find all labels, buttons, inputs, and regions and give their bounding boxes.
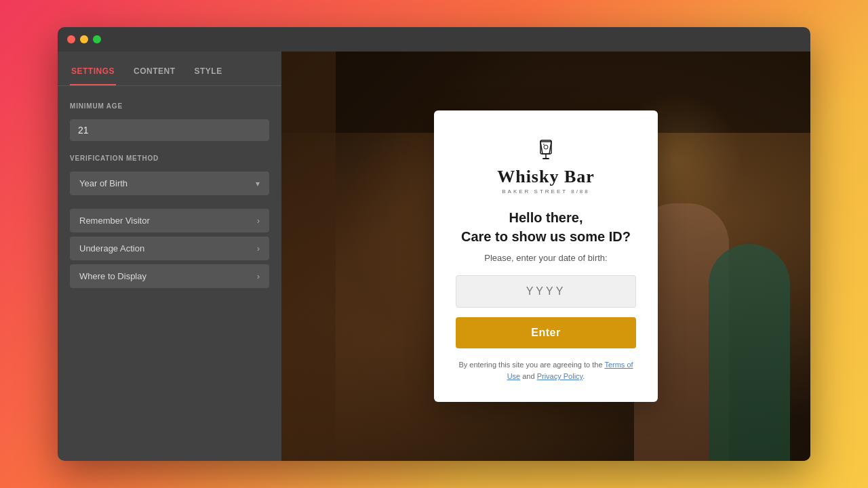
panel-body: MINIMUM AGE VERIFICATION METHOD Year of … [58, 86, 281, 304]
minimum-age-label: MINIMUM AGE [70, 102, 269, 110]
tab-settings[interactable]: SETTINGS [70, 57, 116, 85]
tabs-bar: SETTINGS CONTENT STYLE [58, 57, 281, 86]
tab-style[interactable]: STYLE [193, 57, 224, 85]
svg-rect-2 [542, 158, 549, 159]
minimum-age-section: MINIMUM AGE [70, 102, 269, 141]
modal-overlay: Whisky Bar BAKER STREET 8/88 Hello there… [281, 52, 810, 461]
collapsible-rows: Remember Visitor › Underage Action › Whe… [70, 209, 269, 288]
underage-action-row[interactable]: Underage Action › [70, 237, 269, 260]
year-input[interactable] [456, 275, 636, 308]
where-to-display-label: Where to Display [79, 271, 146, 281]
underage-action-label: Underage Action [79, 243, 144, 253]
maximize-button[interactable] [93, 35, 101, 43]
age-verification-modal: Whisky Bar BAKER STREET 8/88 Hello there… [434, 110, 658, 402]
svg-point-3 [544, 145, 548, 149]
whisky-glass-icon [532, 135, 560, 166]
chevron-down-icon: ▾ [256, 179, 260, 188]
brand-name: Whisky Bar [497, 167, 595, 187]
where-to-display-row[interactable]: Where to Display › [70, 264, 269, 288]
chevron-right-icon-2: › [257, 243, 260, 253]
minimize-button[interactable] [80, 35, 88, 43]
chevron-right-icon-1: › [257, 216, 260, 226]
browser-content: SETTINGS CONTENT STYLE MINIMUM AGE VERIF… [58, 52, 810, 461]
modal-subtext: Please, enter your date of birth: [484, 253, 607, 263]
privacy-link[interactable]: Privacy Policy [537, 372, 583, 380]
verification-method-select[interactable]: Year of Birth ▾ [70, 171, 269, 195]
remember-visitor-row[interactable]: Remember Visitor › [70, 209, 269, 232]
chevron-right-icon-3: › [257, 271, 260, 281]
minimum-age-input[interactable] [70, 119, 269, 141]
footer-end: . [583, 372, 585, 380]
close-button[interactable] [67, 35, 75, 43]
settings-panel: SETTINGS CONTENT STYLE MINIMUM AGE VERIF… [58, 52, 281, 461]
tab-content[interactable]: CONTENT [132, 57, 177, 85]
heading-line1: Hello there, [509, 210, 583, 225]
verification-method-value: Year of Birth [79, 178, 127, 188]
preview-area: Whisky Bar BAKER STREET 8/88 Hello there… [281, 52, 810, 461]
verification-method-label: VERIFICATION METHOD [70, 155, 269, 162]
browser-window: SETTINGS CONTENT STYLE MINIMUM AGE VERIF… [58, 27, 810, 461]
modal-logo-area: Whisky Bar BAKER STREET 8/88 [497, 135, 595, 195]
footer-text: By entering this site you are agreeing t… [458, 361, 604, 369]
and-text: and [520, 372, 536, 380]
heading-line2: Care to show us some ID? [461, 229, 631, 244]
browser-titlebar [58, 27, 810, 52]
verification-method-section: VERIFICATION METHOD Year of Birth ▾ [70, 155, 269, 195]
brand-sub: BAKER STREET 8/88 [502, 188, 590, 195]
modal-footer: By entering this site you are agreeing t… [456, 359, 636, 383]
enter-button[interactable]: Enter [456, 317, 636, 348]
modal-heading: Hello there, Care to show us some ID? [461, 208, 631, 246]
remember-visitor-label: Remember Visitor [79, 216, 150, 226]
